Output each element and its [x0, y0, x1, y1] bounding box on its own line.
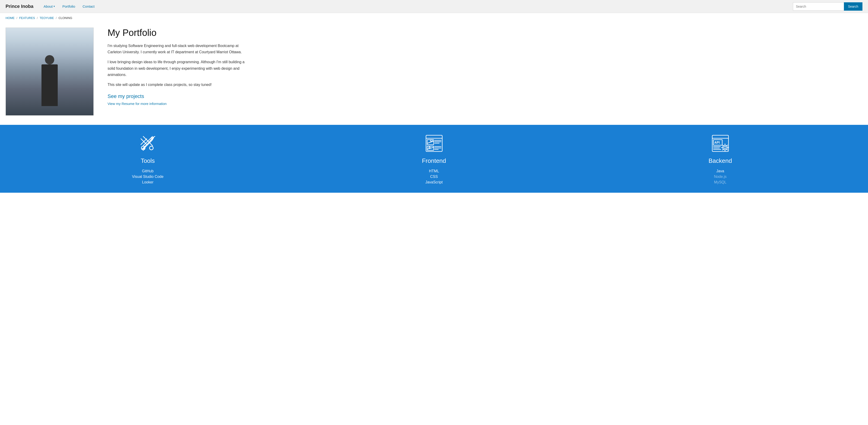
- portfolio-title: My Portfolio: [107, 28, 249, 38]
- nav-portfolio[interactable]: Portfolio: [60, 3, 78, 10]
- tools-item-1: GitHub: [142, 169, 154, 173]
- tools-item-2: Visual Studio Code: [132, 175, 164, 179]
- navbar: Prince Inoba About ▾ Portfolio Contact S…: [0, 0, 868, 13]
- search-button[interactable]: Search: [844, 2, 862, 11]
- frontend-item-2: CSS: [430, 175, 438, 179]
- frontend-item-1: HTML: [429, 169, 439, 173]
- portfolio-desc-1: I'm studying Software Engineering and fu…: [107, 43, 249, 55]
- portfolio-links: See my projects View my Resume for more …: [107, 93, 249, 106]
- portfolio-image: [6, 28, 94, 116]
- svg-point-23: [724, 146, 726, 149]
- svg-line-31: [727, 145, 727, 146]
- svg-point-22: [723, 145, 727, 150]
- breadcrumb-home[interactable]: HOME: [6, 16, 14, 20]
- svg-point-13: [429, 147, 430, 148]
- tools-column: Tools GitHub Visual Studio Code Looker: [5, 134, 291, 186]
- about-dropdown-arrow: ▾: [54, 5, 55, 8]
- breadcrumb-teoyube[interactable]: TEOYUBE: [40, 16, 54, 20]
- frontend-item-3: JavaScript: [425, 180, 443, 184]
- backend-title: Backend: [709, 157, 732, 164]
- svg-line-28: [722, 145, 723, 146]
- tools-icon: [138, 134, 157, 153]
- backend-item-3: MySQL: [714, 180, 726, 184]
- portfolio-desc-2: I love bringing design ideas to life thr…: [107, 59, 249, 78]
- backend-item-2: Node.js: [714, 175, 726, 179]
- nav-links: About ▾ Portfolio Contact: [41, 3, 793, 10]
- frontend-icon: [425, 134, 443, 153]
- breadcrumb-current: CLONING: [58, 16, 72, 20]
- breadcrumb-sep-1: /: [17, 16, 18, 20]
- svg-point-8: [430, 140, 432, 141]
- breadcrumb-sep-2: /: [37, 16, 38, 20]
- skills-section: Tools GitHub Visual Studio Code Looker: [0, 125, 868, 193]
- svg-line-29: [727, 150, 727, 150]
- svg-text:API: API: [714, 140, 720, 144]
- backend-item-1: Java: [716, 169, 724, 173]
- breadcrumb-sep-3: /: [56, 16, 57, 20]
- frontend-title: Frontend: [422, 157, 446, 164]
- portfolio-desc-3: This site will update as I complete clas…: [107, 81, 249, 88]
- svg-point-3: [150, 146, 153, 150]
- site-brand[interactable]: Prince Inoba: [6, 4, 33, 9]
- nav-contact[interactable]: Contact: [80, 3, 97, 10]
- see-projects-link[interactable]: See my projects: [107, 93, 249, 99]
- search-input[interactable]: [793, 2, 844, 11]
- frontend-column: Frontend HTML CSS JavaScript: [291, 134, 577, 186]
- portfolio-text-area: My Portfolio I'm studying Software Engin…: [107, 28, 249, 116]
- nav-about[interactable]: About ▾: [41, 3, 58, 10]
- main-content: My Portfolio I'm studying Software Engin…: [0, 23, 255, 125]
- tools-item-3: Looker: [142, 180, 153, 184]
- svg-line-7: [427, 141, 434, 143]
- breadcrumb: HOME / FEATURES / TEOYUBE / CLONING: [0, 13, 868, 23]
- breadcrumb-features[interactable]: FEATURES: [19, 16, 35, 20]
- person-figure: [41, 64, 58, 106]
- search-area: Search: [793, 2, 862, 11]
- svg-line-30: [722, 150, 723, 150]
- resume-link[interactable]: View my Resume for more information: [107, 102, 249, 106]
- backend-column: API Backend Java Node.js MyS: [577, 134, 863, 186]
- tools-title: Tools: [141, 157, 155, 164]
- backend-icon: API: [711, 134, 730, 153]
